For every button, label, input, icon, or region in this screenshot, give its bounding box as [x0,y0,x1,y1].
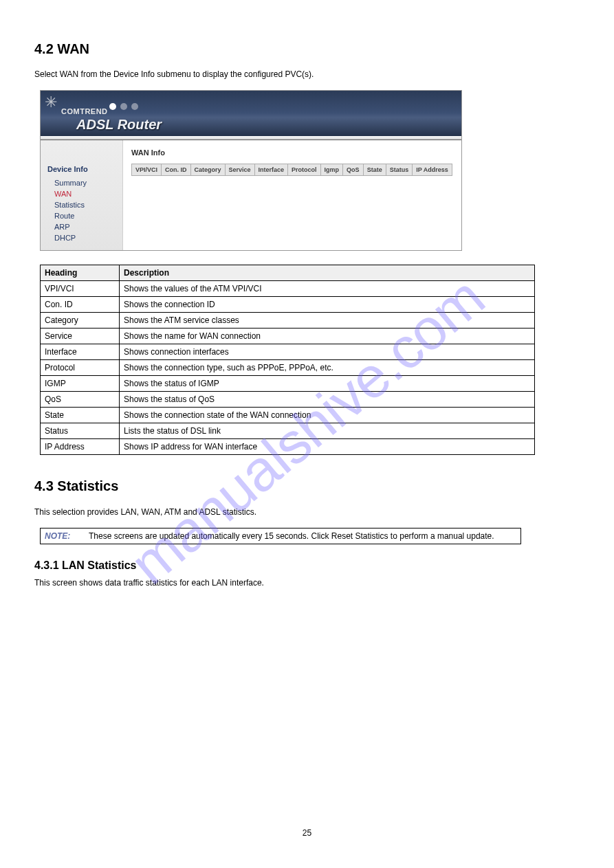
note-box: NOTE: These screens are updated automati… [40,528,521,544]
router-banner: ✳ COMTREND ADSL Router [41,91,461,140]
wan-intro-text: Select WAN from the Device Info submenu … [34,69,580,79]
wan-col-interface: Interface [254,164,288,176]
table-row: CategoryShows the ATM service classes [41,313,535,329]
router-sidebar: Device Info Summary WAN Statistics Route… [41,140,123,250]
cell-heading: Protocol [41,360,120,376]
wan-col-vpivci: VPI/VCI [132,164,162,176]
table-row: StateShows the connection state of the W… [41,408,535,423]
cell-heading: Service [41,329,120,344]
desc-th-description: Description [120,265,535,281]
table-row: IP AddressShows IP address for WAN inter… [41,439,535,455]
nav-item-statistics[interactable]: Statistics [54,199,122,210]
table-row: ServiceShows the name for WAN connection [41,329,535,344]
table-row: IGMPShows the status of IGMP [41,376,535,392]
cell-desc: Shows the values of the ATM VPI/VCI [120,281,535,297]
nav-item-route[interactable]: Route [54,210,122,221]
table-row: InterfaceShows connection interfaces [41,344,535,360]
wan-col-service: Service [225,164,254,176]
nav-item-arp[interactable]: ARP [54,221,122,232]
cell-heading: IP Address [41,439,120,455]
cell-desc: Shows the status of IGMP [120,376,535,392]
table-row: VPI/VCIShows the values of the ATM VPI/V… [41,281,535,297]
cell-desc: Shows the connection state of the WAN co… [120,408,535,423]
wan-col-category: Category [190,164,225,176]
note-text: These screens are updated automatically … [89,528,520,544]
cell-desc: Shows the connection ID [120,297,535,313]
nav-item-wan[interactable]: WAN [54,188,122,199]
cell-desc: Shows the ATM service classes [120,313,535,329]
wan-info-title: WAN Info [131,148,454,157]
router-model-title: ADSL Router [76,117,162,133]
stats-intro-text: This selection provides LAN, WAN, ATM an… [34,507,580,518]
page-number: 25 [0,828,614,838]
lan-stats-body: This screen shows data traffic statistic… [34,577,580,589]
wan-col-state: State [363,164,386,176]
cell-heading: IGMP [41,376,120,392]
wan-col-qos: QoS [343,164,364,176]
desc-th-heading: Heading [41,265,120,281]
cell-heading: Interface [41,344,120,360]
section-heading-wan: 4.2 WAN [34,41,580,57]
section-heading-statistics: 4.3 Statistics [34,478,580,494]
banner-dots-icon [109,103,138,110]
router-screenshot: ✳ COMTREND ADSL Router Device Info Summa… [40,90,462,251]
wan-col-conid: Con. ID [162,164,191,176]
nav-item-summary[interactable]: Summary [54,177,122,188]
cell-desc: Shows connection interfaces [120,344,535,360]
nav-item-dhcp[interactable]: DHCP [54,232,122,243]
cell-heading: Category [41,313,120,329]
wan-col-status: Status [386,164,413,176]
nav-heading-device-info[interactable]: Device Info [47,165,122,173]
cell-heading: State [41,408,120,423]
cell-desc: Shows the status of QoS [120,392,535,408]
cell-desc: Shows the connection type, such as PPPoE… [120,360,535,376]
table-row: QoSShows the status of QoS [41,392,535,408]
cell-desc: Lists the status of DSL link [120,423,535,439]
table-row: Con. IDShows the connection ID [41,297,535,313]
wan-col-igmp: Igmp [320,164,343,176]
subsection-heading-lan-stats: 4.3.1 LAN Statistics [34,559,580,572]
cell-desc: Shows the name for WAN connection [120,329,535,344]
table-row: ProtocolShows the connection type, such … [41,360,535,376]
wan-col-protocol: Protocol [288,164,321,176]
cell-heading: VPI/VCI [41,281,120,297]
wan-description-table: Heading Description VPI/VCIShows the val… [40,265,535,455]
wan-info-table: VPI/VCI Con. ID Category Service Interfa… [131,164,452,176]
router-brand: COMTREND [61,107,108,115]
cell-heading: Status [41,423,120,439]
wan-col-ipaddress: IP Address [413,164,452,176]
cell-heading: Con. ID [41,297,120,313]
cell-heading: QoS [41,392,120,408]
cell-desc: Shows IP address for WAN interface [120,439,535,455]
logo-swirl-icon: ✳ [45,93,63,111]
table-row: StatusLists the status of DSL link [41,423,535,439]
note-label: NOTE: [41,528,89,544]
